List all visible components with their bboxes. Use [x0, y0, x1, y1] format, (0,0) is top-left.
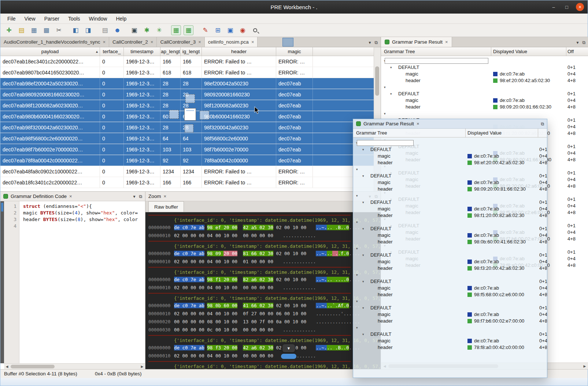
- chevron-down-icon[interactable]: ▾: [362, 225, 364, 232]
- chevron-down-icon[interactable]: ▾: [362, 199, 364, 206]
- menu-help[interactable]: Help: [112, 15, 130, 23]
- cell-payload[interactable]: dec07eab18ec3401c2c20000022…: [0, 56, 100, 67]
- cell-ts[interactable]: 1969-12-3…: [124, 56, 160, 67]
- cell-magic[interactable]: ERROR: …: [276, 56, 313, 67]
- cell-payload[interactable]: dec07eab98f1200082a60230020…: [0, 100, 100, 111]
- cell-ts[interactable]: 1969-12-3…: [124, 89, 160, 100]
- chevron-down-icon[interactable]: ▾: [384, 84, 386, 91]
- cell-header[interactable]: 98f56800c2e60000: [202, 133, 276, 144]
- cell-ts[interactable]: 1969-12-3…: [124, 133, 160, 144]
- tree-item-packet[interactable]: ▾: [381, 58, 588, 64]
- cell-cap[interactable]: 64: [160, 133, 181, 144]
- panel-header[interactable]: Grammar Definition Code × ▾ ⧉: [0, 192, 145, 201]
- panel-close-icon[interactable]: ×: [164, 194, 167, 199]
- cell-header[interactable]: 98f1200082a60230: [202, 100, 276, 111]
- cell-ts[interactable]: 1969-12-3…: [124, 177, 160, 188]
- chevron-down-icon[interactable]: ▾: [356, 219, 358, 225]
- cell-cap[interactable]: 166: [160, 177, 181, 188]
- code-line[interactable]: header BYTES(size=(8), show="hex", color: [23, 216, 145, 223]
- tree-item-field-header[interactable]: header98:ef:20:00:42:a5:02:304+8: [353, 159, 547, 166]
- tab-4[interactable]: cellinfo_nosim.pca×: [205, 37, 258, 47]
- tree-item-packet[interactable]: ▾: [353, 140, 547, 146]
- tree-inline-editor[interactable]: [357, 140, 414, 146]
- cell-cap[interactable]: 166: [160, 56, 181, 67]
- cell-cap[interactable]: 28: [160, 78, 181, 89]
- tree-item-field-magic[interactable]: magicde:c0:7e:ab0+4: [353, 153, 547, 159]
- column-displayed-value[interactable]: Displayed Value: [493, 49, 527, 54]
- tree-item-field-header[interactable]: header98:f1:20:00:82:a6:02:304+8: [353, 212, 547, 219]
- cell-payload[interactable]: dec07eab980b600041660230020…: [0, 111, 100, 122]
- chevron-down-icon[interactable]: ▾: [356, 166, 358, 173]
- cell-header[interactable]: 78f8a00042c00000: [202, 155, 276, 166]
- tree-item-struct[interactable]: ▾DEFAULT0+1: [381, 64, 588, 71]
- hex-bytes[interactable]: de c0 7e ab 98 0b 60 00 41 66 02 30 02 0…: [174, 302, 306, 310]
- cell-cap[interactable]: 92: [160, 155, 181, 166]
- cell-orig[interactable]: 1234: [181, 166, 202, 177]
- chevron-down-icon[interactable]: ▾: [356, 192, 358, 199]
- tree-item-field-header[interactable]: header98:ef:20:00:42:a5:02:304+8: [381, 77, 588, 84]
- hex-line[interactable]: 0000001002 00 00 00 04 00 10 00 01 00 00…: [148, 258, 381, 266]
- cell-payload[interactable]: dec07eab98f7b60002e70000020…: [0, 144, 100, 155]
- panel-close-icon[interactable]: ×: [445, 39, 448, 45]
- tree-item-packet[interactable]: ▾: [381, 84, 588, 91]
- tree-item-struct[interactable]: ▾DEFAULT0+1: [381, 91, 588, 97]
- cell-payload[interactable]: dec07eab9807bc0441650230020…: [0, 67, 100, 78]
- cell-magic[interactable]: dec07eab: [276, 89, 313, 100]
- chevron-down-icon[interactable]: ▾: [362, 252, 364, 258]
- cell-orig[interactable]: 103: [181, 144, 202, 155]
- hex-bytes[interactable]: de c0 7e ab 98 09 20 00 81 66 02 30 02 0…: [174, 250, 306, 258]
- tree-item-field-header[interactable]: header98:f7:b6:00:02:e7:00:004+8: [353, 318, 547, 324]
- paste-left-icon[interactable]: ◧: [71, 25, 81, 35]
- panel-float-icon[interactable]: ⧉: [139, 194, 142, 199]
- cell-ts[interactable]: 1969-12-3…: [124, 166, 160, 177]
- cell-ts[interactable]: 1969-12-3…: [124, 67, 160, 78]
- floating-window-header[interactable]: Grammar Parse Result × ⧉: [353, 119, 547, 129]
- tab-close-icon[interactable]: ×: [251, 39, 254, 45]
- cell-orig[interactable]: 92: [181, 155, 202, 166]
- cell-header[interactable]: ERROR: Failed to …: [202, 177, 276, 188]
- tree-item-field-header[interactable]: header98:0b:60:00:41:66:02:304+8: [353, 239, 547, 245]
- cell-header[interactable]: ERROR: Failed to …: [202, 56, 276, 67]
- tab-menu-chevron-icon[interactable]: ▾: [369, 40, 371, 45]
- cell-iface[interactable]: 0: [100, 144, 124, 155]
- cell-payload[interactable]: dec07eab98f3200042a60230020…: [0, 122, 100, 133]
- column-offset[interactable]: Off: [567, 49, 574, 54]
- hex-line[interactable]: 00000000de c0 7e ab 98 f1 20 00 82 a6 02…: [148, 276, 381, 284]
- tree-item-field-magic[interactable]: magicde:c0:7e:ab0+4: [353, 338, 547, 344]
- cut-icon[interactable]: ✂: [54, 25, 64, 35]
- cell-payload[interactable]: dec07eab98f56800c2e60000020…: [0, 133, 100, 144]
- cell-magic[interactable]: dec07eab: [276, 133, 313, 144]
- hex-line[interactable]: 0000003000 00 00 00 0c 00 10 00 00 00 00…: [148, 326, 381, 334]
- tree-item-packet[interactable]: ▾: [381, 110, 588, 117]
- chevron-down-icon[interactable]: ▾: [356, 245, 358, 252]
- tree-item-struct[interactable]: ▾DEFAULT0+1: [353, 305, 547, 311]
- hex-line[interactable]: 0000001002 00 00 00 04 00 10 00 00 00 00…: [148, 352, 381, 360]
- remote-display-icon[interactable]: ▣: [225, 25, 235, 35]
- column-header-interface[interactable]: terface_: [100, 47, 124, 56]
- cell-payload[interactable]: dec07eab78f8a00042c00000022…: [0, 155, 100, 166]
- chevron-down-icon[interactable]: ▾: [390, 91, 392, 97]
- cell-ts[interactable]: 1969-12-3…: [124, 111, 160, 122]
- cell-cap[interactable]: 28: [160, 89, 181, 100]
- cell-header[interactable]: 980b600041660230: [202, 111, 276, 122]
- hex-ascii[interactable]: ............: [283, 232, 316, 240]
- scroll-right-icon[interactable]: ▶: [139, 365, 145, 368]
- marker-pen-icon[interactable]: ✎: [200, 25, 210, 35]
- scroll-left-icon[interactable]: ◀: [4, 365, 10, 368]
- hex-bytes[interactable]: 02 00 00 00 04 00 10 00 0f 27 00 00 06 0…: [174, 310, 306, 318]
- cell-iface[interactable]: 0: [100, 133, 124, 144]
- column-header-timestamp[interactable]: timestamp: [124, 47, 160, 56]
- save-icon[interactable]: ▦: [29, 25, 39, 35]
- cell-payload[interactable]: dec07eab98ef200042a50230020…: [0, 78, 100, 89]
- table-row[interactable]: dec07eab18ec3401c2c20000022…01969-12-3…1…: [0, 56, 374, 67]
- cell-orig[interactable]: 166: [181, 177, 202, 188]
- hex-ascii[interactable]: ............: [283, 258, 316, 266]
- cell-magic[interactable]: ERROR: …: [276, 67, 313, 78]
- cell-header[interactable]: 98f3200042a60230: [202, 122, 276, 133]
- scroll-down-button[interactable]: ▼: [282, 344, 295, 352]
- tree-item-field-magic[interactable]: magicde:c0:7e:ab0+4: [353, 179, 547, 186]
- tab-1[interactable]: AudioController_1_handleVocoderInfo_sync…: [0, 37, 109, 47]
- chevron-down-icon[interactable]: ▾: [362, 305, 364, 311]
- cell-iface[interactable]: 0: [100, 56, 124, 67]
- tab-close-icon[interactable]: ×: [103, 39, 106, 45]
